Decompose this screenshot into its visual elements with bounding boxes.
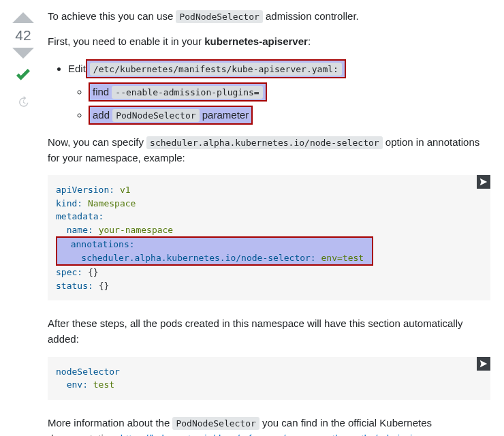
answer-body: To achieve this you can use PodNodeSelec…: [38, 8, 490, 436]
code-key: kind:: [56, 198, 82, 208]
code-key: name:: [67, 225, 93, 235]
code-key: spec:: [56, 267, 82, 277]
code-block: apiVersion: v1 kind: Namespace metadata:…: [48, 175, 490, 300]
snippet-icon[interactable]: [477, 175, 490, 189]
downvote-button[interactable]: [12, 48, 34, 59]
list-item: Edit /etc/kubernetes/manifests/kube-apis…: [68, 59, 490, 125]
text: More information about the: [48, 417, 172, 429]
vote-column: 42: [8, 8, 38, 110]
snippet-icon[interactable]: [477, 357, 490, 371]
text: To achieve this you can use: [48, 10, 176, 22]
accepted-icon: [13, 65, 33, 89]
text: Now, you can specify: [48, 136, 146, 148]
text: Edit: [68, 63, 86, 74]
code-key: apiVersion:: [56, 185, 114, 195]
code-val: Namespace: [88, 198, 136, 208]
code-key: nodeSelector: [56, 367, 120, 377]
bullet-list-nested: find --enable-admission-plugins= add Pod…: [68, 82, 490, 125]
paragraph: More information about the PodNodeSelect…: [48, 415, 490, 437]
inline-code: --enable-admission-plugins=: [112, 86, 262, 99]
text: find: [93, 86, 112, 97]
code-val: test: [93, 379, 114, 390]
paragraph: First, you need to enable it in your kub…: [48, 33, 490, 49]
inline-code: /etc/kubernetes/manifests/kube-apiserver…: [90, 63, 342, 76]
code-val: {}: [88, 267, 99, 277]
paragraph: After these steps, all the pods created …: [48, 315, 490, 347]
list-item: add PodNodeSelector parameter: [89, 106, 490, 125]
code-key: env:: [67, 379, 88, 390]
vote-score: 42: [15, 27, 31, 44]
inline-code: PodNodeSelector: [172, 417, 259, 430]
text: add: [93, 109, 112, 121]
code-val: {}: [99, 281, 110, 291]
code-val: v1: [120, 185, 131, 195]
highlighted-box: find --enable-admission-plugins=: [89, 82, 267, 102]
upvote-button[interactable]: [12, 12, 34, 23]
inline-code: scheduler.alpha.kubernetes.io/node-selec…: [146, 136, 383, 149]
highlighted-box: add PodNodeSelector parameter: [89, 106, 253, 125]
text: :: [308, 35, 311, 47]
text: First, you need to enable it in your: [48, 35, 204, 47]
inline-code: PodNodeSelector: [112, 109, 199, 122]
code-key: annotations:: [71, 239, 135, 249]
text: admission controller.: [263, 10, 359, 22]
code-key: scheduler.alpha.kubernetes.io/node-selec…: [81, 253, 315, 263]
paragraph: To achieve this you can use PodNodeSelec…: [48, 8, 490, 24]
list-item: find --enable-admission-plugins=: [89, 82, 490, 102]
code-key: metadata:: [56, 211, 104, 221]
history-icon[interactable]: [17, 96, 29, 110]
highlighted-box: /etc/kubernetes/manifests/kube-apiserver…: [86, 59, 346, 78]
bullet-list: Edit /etc/kubernetes/manifests/kube-apis…: [48, 59, 490, 125]
inline-code: PodNodeSelector: [176, 10, 262, 23]
code-key: status:: [56, 281, 93, 291]
text: parameter: [200, 109, 249, 121]
code-val: env=test: [321, 253, 364, 263]
bold-text: kubernetes-apiserver: [204, 35, 308, 47]
highlighted-box: annotations: scheduler.alpha.kubernetes.…: [56, 236, 373, 266]
code-val: your-namespace: [99, 225, 174, 235]
code-block: nodeSelector env: test: [48, 357, 490, 400]
paragraph: Now, you can specify scheduler.alpha.kub…: [48, 134, 490, 166]
